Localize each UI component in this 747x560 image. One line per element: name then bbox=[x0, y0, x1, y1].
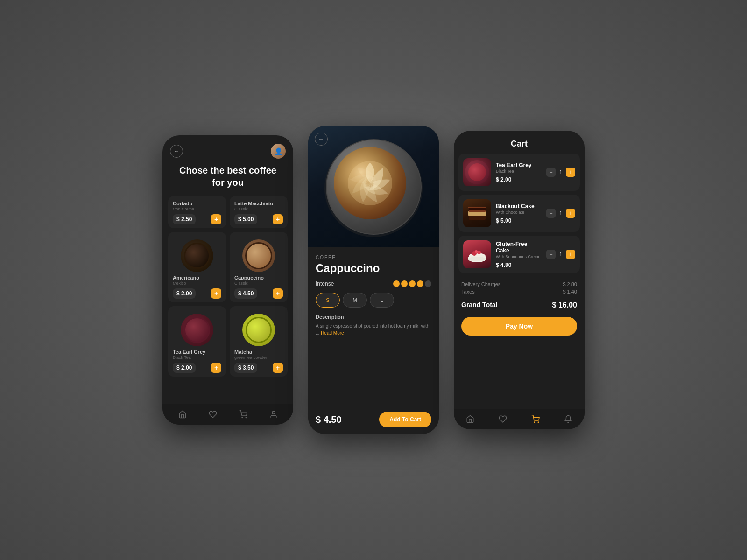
cake-name: Blackout Cake bbox=[496, 203, 542, 210]
cart-item-cake: Blackout Cake With Chocolate $ 5.00 − 1 … bbox=[458, 195, 580, 232]
nav-bell-icon[interactable] bbox=[564, 415, 572, 423]
latte-sub: Classic bbox=[234, 207, 283, 211]
tea-sub: Black Tea bbox=[496, 169, 542, 174]
latte-add-button[interactable]: + bbox=[273, 214, 283, 224]
cake-qty-minus[interactable]: − bbox=[546, 209, 556, 218]
cake-qty-plus[interactable]: + bbox=[566, 209, 575, 218]
cake-info: Blackout Cake With Chocolate $ 5.00 bbox=[496, 203, 542, 224]
svg-point-2 bbox=[272, 411, 275, 414]
americano-card: Americano Mexico $ 2.00 + bbox=[168, 232, 226, 302]
tea-qty-plus[interactable]: + bbox=[566, 168, 575, 177]
cappuccino-card: Cappuccino Classic $ 4.50 + bbox=[230, 232, 288, 302]
avatar[interactable]: 👤 bbox=[271, 144, 286, 159]
product-category: COFFE bbox=[316, 255, 431, 260]
gfcake-qty-control: − 1 + bbox=[546, 250, 575, 259]
cortado-add-button[interactable]: + bbox=[211, 214, 221, 224]
matcha-price: $ 3.50 bbox=[234, 363, 257, 373]
dot-3 bbox=[409, 280, 416, 287]
svg-point-15 bbox=[468, 257, 486, 261]
description-label: Description bbox=[316, 314, 431, 320]
tea-price: $ 2.00 bbox=[496, 176, 542, 183]
cart-header: Cart bbox=[454, 131, 585, 154]
cart-item-tea: Tea Earl Grey Black Tea $ 2.00 − 1 + bbox=[458, 154, 580, 191]
taxes-row: Taxes $ 1.40 bbox=[461, 289, 577, 294]
back-button[interactable]: ← bbox=[170, 145, 183, 158]
dot-5 bbox=[425, 280, 431, 287]
gfcake-price: $ 4.80 bbox=[496, 262, 542, 268]
cart-title: Cart bbox=[461, 139, 577, 149]
screen2-phone: ← COFFE Cappuccin bbox=[308, 126, 439, 434]
svg-rect-8 bbox=[469, 210, 486, 212]
cortado-card: Cortado Con Crema $ 2.50 + bbox=[168, 196, 226, 228]
nav-person-icon[interactable] bbox=[269, 410, 278, 419]
matcha-sub: green tea powder bbox=[234, 355, 283, 360]
add-to-cart-button[interactable]: Add To Cart bbox=[379, 412, 431, 427]
tea-qty-control: − 1 + bbox=[546, 168, 575, 177]
cortado-sub: Con Crema bbox=[173, 207, 221, 211]
teagrey-sub: Black Tea bbox=[173, 355, 221, 360]
cappuccino-image bbox=[242, 239, 275, 272]
tea-qty: 1 bbox=[557, 169, 564, 175]
intensity-label: Intense bbox=[316, 280, 334, 287]
gfcake-name: Gluten-Free Cake bbox=[496, 241, 542, 254]
delivery-label: Delivery Charges bbox=[461, 281, 500, 287]
tea-cart-image bbox=[463, 158, 491, 186]
americano-add-button[interactable]: + bbox=[211, 288, 221, 299]
cake-price: $ 5.00 bbox=[496, 217, 542, 224]
svg-point-17 bbox=[538, 422, 539, 423]
nav-home-icon[interactable] bbox=[466, 415, 474, 423]
cart-summary: Delivery Charges $ 2.80 Taxes $ 1.40 Gra… bbox=[454, 277, 585, 312]
screen3-phone: Cart Tea Earl Grey Black Tea $ 2.00 − 1 … bbox=[454, 131, 585, 429]
page-title: Chose the best coffee for you bbox=[162, 162, 293, 194]
cake-sub: With Chocolate bbox=[496, 210, 542, 215]
latte-card: Latte Macchiato Classic $ 5.00 + bbox=[230, 196, 288, 228]
pay-now-button[interactable]: Pay Now bbox=[461, 317, 577, 336]
screen1-phone: ← 👤 Chose the best coffee for you Cortad… bbox=[162, 135, 293, 425]
dot-2 bbox=[401, 280, 408, 287]
product-price: $ 4.50 bbox=[316, 414, 342, 425]
tea-name: Tea Earl Grey bbox=[496, 162, 542, 168]
teagrey-price: $ 2.00 bbox=[173, 363, 196, 373]
nav-cart-icon[interactable] bbox=[239, 410, 247, 419]
gfcake-sub: With Boundaries Creme bbox=[496, 254, 542, 259]
cappuccino-add-button[interactable]: + bbox=[273, 288, 283, 299]
teagrey-card: Tea Earl Grey Black Tea $ 2.00 + bbox=[168, 306, 226, 377]
gfcake-qty: 1 bbox=[557, 252, 564, 257]
dot-4 bbox=[417, 280, 423, 287]
size-m-button[interactable]: M bbox=[343, 293, 367, 308]
nav-cart-icon[interactable] bbox=[531, 415, 540, 423]
grand-total-label: Grand Total bbox=[461, 301, 498, 309]
teagrey-add-button[interactable]: + bbox=[211, 363, 221, 373]
grand-total-value: $ 16.00 bbox=[552, 301, 577, 309]
gfcake-qty-plus[interactable]: + bbox=[566, 250, 575, 259]
cortado-name: Cortado bbox=[173, 201, 221, 206]
nav-heart-icon[interactable] bbox=[209, 410, 217, 419]
gfcake-info: Gluten-Free Cake With Boundaries Creme $… bbox=[496, 241, 542, 268]
grand-total-row: Grand Total $ 16.00 bbox=[461, 298, 577, 309]
teagrey-image bbox=[181, 314, 213, 346]
teagrey-name: Tea Earl Grey bbox=[173, 349, 221, 355]
gfcake-qty-minus[interactable]: − bbox=[546, 250, 556, 259]
s1-header: ← 👤 bbox=[162, 135, 293, 162]
tea-qty-minus[interactable]: − bbox=[546, 168, 556, 177]
svg-rect-4 bbox=[469, 215, 486, 220]
read-more-link[interactable]: Read More bbox=[321, 330, 344, 336]
taxes-value: $ 1.40 bbox=[563, 289, 577, 294]
size-s-button[interactable]: S bbox=[316, 293, 340, 308]
svg-rect-7 bbox=[468, 207, 486, 208]
cart-items-list: Tea Earl Grey Black Tea $ 2.00 − 1 + bbox=[454, 154, 585, 277]
matcha-add-button[interactable]: + bbox=[273, 363, 283, 373]
size-l-button[interactable]: L bbox=[370, 293, 394, 308]
matcha-card: Matcha green tea powder $ 3.50 + bbox=[230, 306, 288, 377]
intensity-row: Intense bbox=[316, 280, 431, 287]
nav-heart-icon[interactable] bbox=[499, 415, 507, 423]
description-text: A single espresso shot poured into hot f… bbox=[316, 322, 431, 336]
tea-info: Tea Earl Grey Black Tea $ 2.00 bbox=[496, 162, 542, 183]
nav-home-icon[interactable] bbox=[178, 410, 187, 419]
coffee-grid: Cortado Con Crema $ 2.50 + Latte Macchia… bbox=[162, 194, 293, 378]
americano-price: $ 2.00 bbox=[173, 288, 196, 299]
cortado-price: $ 2.50 bbox=[173, 214, 196, 224]
cappuccino-price: $ 4.50 bbox=[234, 288, 257, 299]
back-button[interactable]: ← bbox=[315, 133, 328, 146]
cappuccino-name: Cappuccino bbox=[234, 275, 283, 280]
